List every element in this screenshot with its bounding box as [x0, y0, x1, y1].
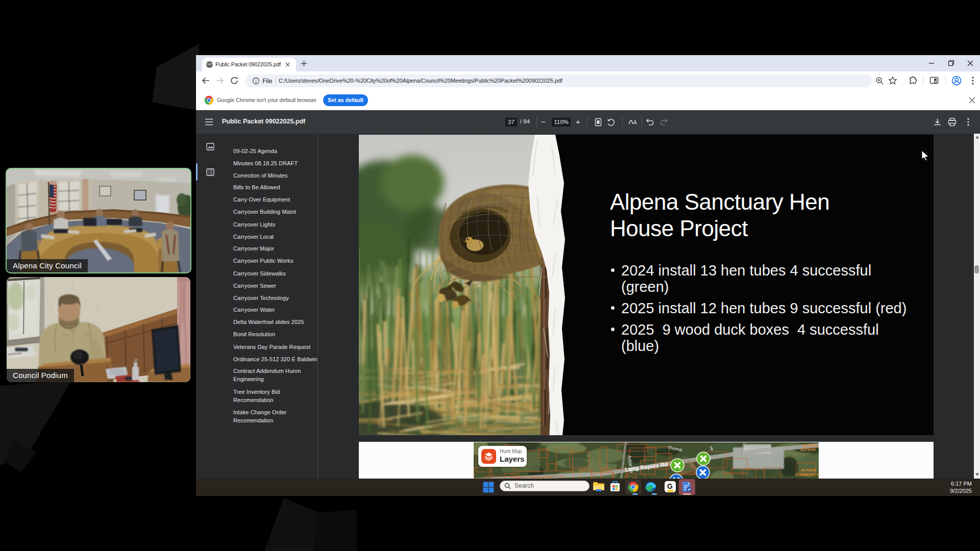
svg-text:BUILDIN: BUILDIN — [803, 444, 817, 447]
svg-text:COMMUNITY: COMMUNITY — [795, 472, 819, 477]
svg-text:ALPENA: ALPENA — [801, 468, 817, 472]
svg-text:AUTHOR: AUTHOR — [800, 448, 816, 452]
